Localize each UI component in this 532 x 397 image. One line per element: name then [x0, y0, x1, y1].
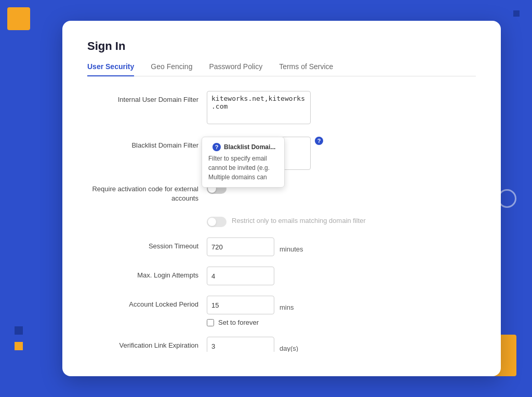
- account-locked-control: mins Set to forever: [207, 296, 476, 326]
- internal-domain-row: Internal User Domain Filter kiteworks.ne…: [87, 91, 476, 126]
- restrict-emails-label: Restrict only to emails matching domain …: [232, 217, 366, 224]
- verification-link-input[interactable]: [207, 337, 274, 352]
- account-locked-unit: mins: [280, 299, 294, 311]
- verification-link-unit: day(s): [280, 340, 298, 352]
- blacklist-info-icon[interactable]: ?: [315, 137, 323, 145]
- session-timeout-row: Session Timeout minutes: [87, 237, 476, 256]
- max-login-label: Max. Login Attempts: [87, 267, 207, 280]
- tooltip-title: Blacklist Domai...: [224, 142, 275, 152]
- restrict-emails-toggle[interactable]: [207, 217, 227, 227]
- tooltip-body: Filter to specify email cannot be invite…: [208, 154, 278, 182]
- set-forever-label: Set to forever: [218, 319, 259, 326]
- verification-link-label: Verification Link Expiration: [87, 337, 207, 350]
- max-login-control: [207, 267, 476, 285]
- max-login-row: Max. Login Attempts: [87, 267, 476, 285]
- blacklist-domain-control: ? ? Blacklist Domai... Filter to specify…: [207, 137, 476, 170]
- decor-square-top-left: [7, 7, 30, 30]
- session-timeout-label: Session Timeout: [87, 237, 207, 251]
- blacklist-tooltip: ? Blacklist Domai... Filter to specify e…: [202, 137, 285, 188]
- decor-square-bottom-left: [15, 326, 23, 335]
- verification-link-control: day(s): [207, 337, 476, 352]
- session-timeout-unit: minutes: [280, 241, 303, 253]
- tab-bar: User Security Geo Fencing Password Polic…: [87, 62, 476, 76]
- require-activation-label: Require activation code for external acc…: [87, 180, 207, 203]
- blacklist-domain-label: Blacklist Domain Filter: [87, 137, 207, 150]
- blacklist-domain-row: Blacklist Domain Filter ? ? Blacklist Do…: [87, 137, 476, 170]
- internal-domain-input[interactable]: kiteworks.net,kiteworks.com: [207, 91, 311, 124]
- tab-terms-of-service[interactable]: Terms of Service: [279, 62, 333, 76]
- internal-domain-control: kiteworks.net,kiteworks.com: [207, 91, 476, 126]
- account-locked-row: Account Locked Period mins Set to foreve…: [87, 296, 476, 326]
- internal-domain-label: Internal User Domain Filter: [87, 91, 207, 104]
- account-locked-label: Account Locked Period: [87, 296, 207, 309]
- max-login-input[interactable]: [207, 267, 274, 285]
- session-timeout-input[interactable]: [207, 237, 274, 256]
- page-title: Sign In: [87, 39, 476, 53]
- tab-geo-fencing[interactable]: Geo Fencing: [151, 62, 192, 76]
- decor-square-bottom-left-2: [15, 342, 23, 350]
- form-section: Internal User Domain Filter kiteworks.ne…: [87, 91, 476, 352]
- set-forever-row: Set to forever: [207, 319, 476, 326]
- verification-link-row: Verification Link Expiration day(s): [87, 337, 476, 352]
- tooltip-header: ? Blacklist Domai...: [208, 142, 278, 152]
- set-forever-checkbox[interactable]: [207, 319, 214, 326]
- session-timeout-control: minutes: [207, 237, 476, 256]
- account-locked-input[interactable]: [207, 296, 274, 314]
- main-card: Sign In User Security Geo Fencing Passwo…: [62, 21, 501, 376]
- tab-user-security[interactable]: User Security: [87, 62, 134, 76]
- tooltip-info-icon: ?: [212, 143, 221, 151]
- decor-square-top-right: [513, 10, 520, 17]
- tab-password-policy[interactable]: Password Policy: [209, 62, 262, 76]
- restrict-emails-row: Restrict only to emails matching domain …: [207, 214, 476, 227]
